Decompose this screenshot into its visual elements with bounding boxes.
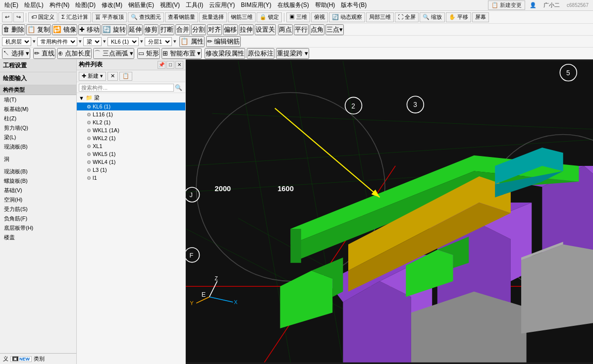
menu-item-tools[interactable]: 工具(I) xyxy=(183,0,206,10)
delete-button[interactable]: 🗑 删除 xyxy=(2,24,25,35)
top-view-button[interactable]: 俯视 xyxy=(311,12,328,22)
menu-item-help[interactable]: 帮助(H) xyxy=(313,0,338,10)
panel-float-button[interactable]: □ xyxy=(166,61,174,69)
rebar-3d-button[interactable]: 钢筋三维 xyxy=(228,12,256,22)
edit-rebar-button[interactable]: ✏ 编辑钢筋 xyxy=(206,36,241,47)
tree-item-l116[interactable]: ⚙ L116 (1) xyxy=(77,110,185,118)
line-tool-button[interactable]: ✏ 直线 xyxy=(33,48,55,59)
select-tool-button[interactable]: ↖ 选择 ▾ xyxy=(2,48,30,59)
tree-item-floor-cover[interactable]: 楼盖 xyxy=(0,233,76,242)
trim-button[interactable]: 修剪 xyxy=(144,24,159,35)
move-button[interactable]: ✚ 移动 xyxy=(78,24,101,35)
copy-component-button[interactable]: 📋 xyxy=(119,72,132,81)
properties-button[interactable]: 📋 属性 xyxy=(179,36,205,47)
tree-item-neg-angle-bar[interactable]: 负角筋(F) xyxy=(0,214,76,223)
tree-item-slab-foundation[interactable]: 板基础(M) xyxy=(0,104,76,114)
tree-item-wkl4[interactable]: ⚙ WKL4 (1) xyxy=(77,158,185,166)
tree-item-spiral-slab[interactable]: 螺旋板(B) xyxy=(0,176,76,186)
redo-button[interactable]: ↪ xyxy=(13,12,24,22)
panel-close-button[interactable]: ✕ xyxy=(175,61,183,69)
parallel-button[interactable]: 平行 xyxy=(294,24,309,35)
menu-item-online[interactable]: 在线服务(S) xyxy=(275,0,312,10)
three-arc-button[interactable]: ⌒ 三点画弧 ▾ xyxy=(93,48,134,59)
fullscreen-button[interactable]: ⛶ 全屏 xyxy=(395,12,419,22)
tree-item-l1[interactable]: ⚙ l1 xyxy=(77,174,185,182)
split-button[interactable]: 分割 xyxy=(191,24,206,35)
menu-item-version[interactable]: 版本号(B) xyxy=(338,0,369,10)
menu-item-v[interactable]: 视图(V) xyxy=(158,0,182,10)
merge-button[interactable]: 合并 xyxy=(175,24,190,35)
tree-item-beam[interactable]: 梁(L) xyxy=(0,133,76,142)
local-3d-button[interactable]: 局部三维 xyxy=(366,12,394,22)
tree-item-bottom-belt[interactable]: 底层板带(H) xyxy=(0,223,76,233)
menu-item-l[interactable]: 绘层(L) xyxy=(22,0,46,10)
extend-button[interactable]: 延伸 xyxy=(128,24,143,35)
3d-viewport[interactable]: 2000 1600 2 3 5 J F E xyxy=(186,59,593,364)
tree-root-beam[interactable]: ▼ 📁 梁 xyxy=(77,93,185,103)
in-place-mark-button[interactable]: 原位标注 xyxy=(247,48,274,59)
batch-select-button[interactable]: 批量选择 xyxy=(199,12,227,22)
rect-tool-button[interactable]: ▭ 矩形 xyxy=(137,48,160,59)
tree-item-kl6[interactable]: ⚙ KL6 (1) xyxy=(77,103,185,110)
stretch-button[interactable]: 拉伸 xyxy=(239,24,254,35)
tree-item-foundation[interactable]: 基础(V) xyxy=(0,186,76,195)
settings-close-button[interactable]: 设置关 xyxy=(255,24,276,35)
two-point-button[interactable]: 两点 xyxy=(278,24,293,35)
new-change-button[interactable]: 📋 新建变更 xyxy=(488,0,525,10)
rotate-button[interactable]: 🔄 旋转 xyxy=(102,24,127,35)
dynamic-obs-button[interactable]: 🔄 动态观察 xyxy=(329,12,365,22)
zoom-button[interactable]: 🔍 缩放 xyxy=(420,12,445,22)
search-button[interactable]: 🔍 xyxy=(174,84,183,91)
tree-item-shear-wall[interactable]: 剪力墙(Q) xyxy=(0,123,76,133)
floor-select[interactable]: 机房层 xyxy=(2,37,31,46)
beam-item-select[interactable]: KL6 (1) xyxy=(108,37,139,46)
copy-button[interactable]: 📋 复制 xyxy=(26,24,52,35)
search-input[interactable] xyxy=(79,84,174,92)
repick-span-button[interactable]: 重提梁跨 ▾ xyxy=(276,48,309,59)
point-angle-button[interactable]: 点角 xyxy=(310,24,324,35)
tree-item-kl2[interactable]: ⚙ KL2 (1) xyxy=(77,118,185,126)
view-rebar-button[interactable]: 查看钢筋量 xyxy=(165,12,198,22)
menu-item-cloud[interactable]: 云应用(Y) xyxy=(207,0,237,10)
menu-item-d[interactable]: 绘图(D) xyxy=(73,0,98,10)
tree-item-xl1[interactable]: ⚙ XL1 xyxy=(77,142,185,150)
find-element-button[interactable]: 🔍 查找图元 xyxy=(128,12,164,22)
new-component-button[interactable]: ✚ 新建 ▾ xyxy=(79,72,106,81)
smart-layout-button[interactable]: ⊞ 智能布置 ▾ xyxy=(162,48,202,59)
tree-item-column[interactable]: 柱(Z) xyxy=(0,114,76,123)
tree-item-wkl2[interactable]: ⚙ WKL2 (1) xyxy=(77,134,185,142)
three-point-button[interactable]: 三点▾ xyxy=(325,24,344,35)
modify-beam-seg-button[interactable]: 修改梁段属性 xyxy=(205,48,245,59)
tree-item-tension-bar[interactable]: 受力筋(S) xyxy=(0,205,76,214)
tree-item-wkl5[interactable]: ⚙ WKL5 (1) xyxy=(77,150,185,158)
project-settings-item[interactable]: 工程设置 xyxy=(0,59,76,72)
component-type-select[interactable]: 常用构件件 xyxy=(37,37,77,46)
menu-item-bim[interactable]: BIM应用(Y) xyxy=(238,0,273,10)
sublayer-select[interactable]: 分层1 xyxy=(145,37,172,46)
tree-item-l3[interactable]: ⚙ L3 (1) xyxy=(77,166,185,174)
break-button[interactable]: 打断 xyxy=(160,24,174,35)
pan-button[interactable]: ✋ 平移 xyxy=(446,12,471,22)
tree-item-wall[interactable]: 墙(T) xyxy=(0,95,76,104)
screen-button[interactable]: 屏幕 xyxy=(472,12,489,22)
lock-button[interactable]: 🔒 锁定 xyxy=(257,12,282,22)
delete-component-button[interactable]: ✕ xyxy=(108,72,118,81)
tree-item-cast-slab[interactable]: 现浇板(B) xyxy=(0,142,76,152)
3d-view-button[interactable]: ▣ 三维 xyxy=(286,12,310,22)
drawing-input-item[interactable]: 绘图输入 xyxy=(0,72,76,85)
offset-button[interactable]: 偏移 xyxy=(223,24,238,35)
mirror-button[interactable]: 🔁 镜像 xyxy=(52,24,77,35)
menu-item-n[interactable]: 构件(N) xyxy=(47,0,72,10)
tree-item-wkl1[interactable]: ⚙ WKL1 (1A) xyxy=(77,126,185,134)
panel-pin-button[interactable]: 📌 xyxy=(158,61,165,69)
align-button[interactable]: 对齐 xyxy=(207,24,222,35)
undo-button[interactable]: ↩ xyxy=(2,12,12,22)
menu-item-e[interactable]: 绘(E) xyxy=(2,0,21,10)
tree-item-void[interactable]: 空洞(H) xyxy=(0,195,76,205)
level-top-button[interactable]: 畐 平齐板顶 xyxy=(92,12,127,22)
sum-calc-button[interactable]: Σ 汇总计算 xyxy=(58,12,91,22)
beam-category-select[interactable]: 梁 xyxy=(83,37,102,46)
menu-item-m[interactable]: 修改(M) xyxy=(99,0,125,10)
tree-item-cast-slab2[interactable]: 现浇板(B) xyxy=(0,167,76,176)
menu-item-rebar[interactable]: 钢筋量(E) xyxy=(126,0,157,10)
